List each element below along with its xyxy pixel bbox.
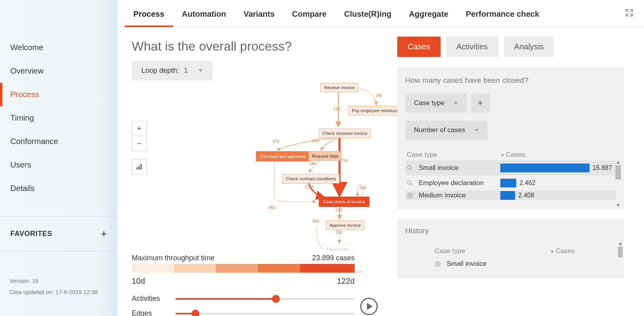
col-cases[interactable]: ▼Cases — [550, 247, 575, 255]
edge-label: 14d — [375, 93, 382, 98]
table-row[interactable]: Small invoice — [433, 257, 616, 271]
vtab-cases[interactable]: Cases — [397, 37, 441, 57]
sort-desc-icon: ▼ — [500, 153, 505, 158]
sidebar-item-process[interactable]: Process — [0, 83, 117, 106]
throughput-legend: Maximum throughput time 23.899 cases 10d… — [132, 254, 355, 286]
loop-depth-selector[interactable]: Loop depth: 1 — [132, 61, 213, 80]
edges-slider-label: Edges — [132, 309, 176, 316]
stats-button[interactable] — [132, 159, 147, 174]
slider-thumb[interactable] — [191, 310, 199, 316]
cases-unit: cases — [336, 254, 355, 262]
node-checked-approved[interactable]: Checked and approved — [256, 151, 310, 162]
sidebar-item-conformance[interactable]: Conformance — [0, 130, 117, 153]
case-type-selector[interactable]: Case type — [405, 94, 467, 113]
activities-slider-label: Activities — [132, 295, 176, 303]
process-question: What is the overall process? — [132, 39, 389, 54]
zoom-out-button[interactable]: − — [132, 136, 147, 151]
node-check-received[interactable]: Check received invoice — [319, 129, 371, 138]
sidebar-item-timing[interactable]: Timing — [0, 106, 117, 130]
main: Process Automation Variants Compare Clus… — [117, 0, 644, 316]
edge-label: 40d — [312, 219, 319, 223]
vtab-activities[interactable]: Activities — [446, 37, 498, 57]
node-pay-invoice[interactable]: Pay invoice — [323, 244, 352, 254]
tab-performance[interactable]: Performance check — [457, 0, 548, 27]
right-panel: Cases Activities Analysis How many cases… — [397, 27, 644, 316]
node-check-contract[interactable]: Check contract conditions — [282, 174, 340, 183]
svg-line-6 — [411, 184, 412, 185]
sidebar-item-welcome[interactable]: Welcome — [0, 36, 117, 59]
add-favorite-icon[interactable]: + — [101, 228, 107, 240]
edge-label: 24h — [309, 162, 316, 166]
node-final-check[interactable]: Final check of invoice — [319, 197, 369, 207]
history-table-header: Case type ▼Cases — [433, 244, 616, 257]
svg-point-5 — [408, 181, 411, 184]
history-label: History — [405, 226, 616, 235]
play-button[interactable] — [360, 298, 378, 315]
edge-label: 61d — [312, 138, 319, 143]
edge-label: 71d — [341, 158, 348, 163]
plus-circle-icon — [435, 261, 443, 267]
svg-rect-0 — [137, 167, 138, 170]
edge-label: 46d — [269, 205, 275, 210]
activities-slider[interactable] — [176, 298, 355, 300]
tab-aggregate[interactable]: Aggregate — [400, 0, 457, 27]
search-icon — [407, 180, 416, 186]
table-row[interactable]: Employee declaration 2.462 — [405, 176, 616, 191]
scroll-thumb[interactable] — [618, 246, 623, 257]
edge-label: 122d — [304, 185, 313, 189]
expand-icon[interactable] — [622, 9, 637, 18]
table-row[interactable]: Medium invoice 2.408 — [405, 191, 616, 200]
edges-slider[interactable] — [176, 313, 355, 314]
scrollbar[interactable]: ▲ — [615, 160, 621, 180]
throughput-gradient — [132, 264, 355, 273]
tab-compare[interactable]: Compare — [283, 0, 336, 27]
edge-label: 15d — [336, 230, 342, 234]
tab-variants[interactable]: Variants — [235, 0, 283, 27]
sidebar-item-overview[interactable]: Overview — [0, 59, 117, 83]
scroll-thumb[interactable] — [615, 165, 621, 179]
tab-process[interactable]: Process — [125, 0, 173, 27]
node-request-data[interactable]: Request data — [308, 151, 342, 161]
svg-point-3 — [408, 166, 411, 169]
tab-clustering[interactable]: Cluste(R)ing — [335, 0, 400, 27]
node-receive-invoice[interactable]: Receive invoice — [320, 83, 358, 92]
scroll-down-icon[interactable]: ▼ — [615, 203, 621, 207]
sliders: Activities Edges — [132, 295, 355, 316]
plus-circle-icon — [407, 192, 416, 199]
chevron-down-icon — [453, 102, 458, 105]
zoom-in-button[interactable]: + — [132, 121, 147, 136]
history-card: History Case type ▼Cases Small invoice ▲ — [397, 219, 624, 278]
range-max: 122d — [337, 277, 355, 286]
view-tabs: Cases Activities Analysis — [397, 37, 624, 57]
col-cases[interactable]: ▼Cases — [500, 151, 615, 159]
scroll-up-icon[interactable]: ▲ — [615, 160, 621, 164]
scrollbar[interactable]: ▲ — [618, 241, 623, 258]
table-row[interactable]: Small invoice 15.887 — [405, 160, 616, 176]
cases-count: 23.899 — [312, 254, 334, 262]
col-case-type[interactable]: Case type — [435, 247, 550, 255]
scrollbar[interactable]: ▼ — [615, 203, 621, 207]
svg-line-4 — [411, 169, 412, 170]
loop-depth-label: Loop depth: — [141, 66, 179, 75]
version-label: Version: 16 — [10, 278, 108, 284]
scroll-up-icon[interactable]: ▲ — [618, 241, 623, 246]
process-panel: What is the overall process? Loop depth:… — [117, 27, 397, 316]
sidebar-item-details[interactable]: Details — [0, 177, 117, 200]
favorites-label: FAVORITES — [10, 230, 52, 238]
edge-label: 12d — [336, 208, 342, 212]
updated-label: Data updated on: 17-9-2019 12:38 — [10, 289, 108, 295]
sidebar: Welcome Overview Process Timing Conforma… — [0, 0, 117, 316]
measure-selector[interactable]: Number of cases — [405, 121, 488, 140]
search-icon — [407, 165, 416, 171]
edge-label: 13d — [359, 185, 366, 190]
add-filter-button[interactable]: + — [471, 94, 490, 113]
col-case-type[interactable]: Case type — [407, 151, 500, 159]
sidebar-item-users[interactable]: Users — [0, 153, 117, 177]
tab-automation[interactable]: Automation — [173, 0, 235, 27]
node-approve-invoice[interactable]: Approve invoice — [326, 220, 364, 230]
svg-rect-1 — [139, 166, 140, 170]
slider-thumb[interactable] — [272, 295, 280, 303]
cases-table-header: Case type ▼Cases — [405, 148, 616, 160]
favorites-header[interactable]: FAVORITES + — [0, 216, 117, 252]
vtab-analysis[interactable]: Analysis — [504, 37, 554, 57]
